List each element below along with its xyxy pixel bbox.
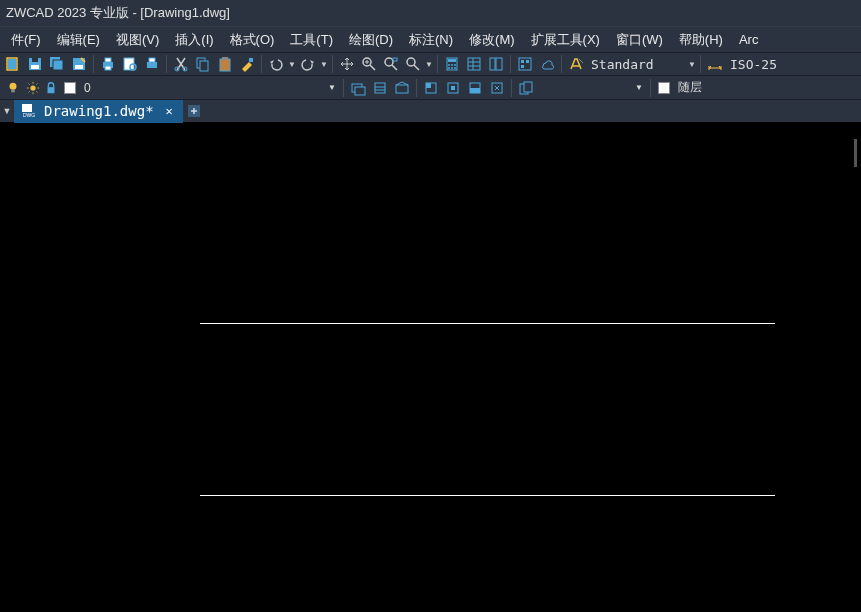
undo-dropdown[interactable]: ▼ [287, 54, 297, 74]
menu-dimension[interactable]: 标注(N) [402, 29, 460, 51]
menu-view[interactable]: 视图(V) [109, 29, 166, 51]
svg-text:DWG: DWG [23, 112, 35, 118]
layer-prev-icon[interactable] [348, 78, 368, 98]
plot-icon[interactable] [142, 54, 162, 74]
layer-sun-icon[interactable] [25, 78, 41, 98]
svg-rect-6 [53, 60, 63, 70]
redo-icon[interactable] [298, 54, 318, 74]
pan-icon[interactable] [337, 54, 357, 74]
menu-arc[interactable]: Arc [732, 30, 766, 49]
svg-point-44 [30, 85, 35, 90]
main-toolbar: ▼ ▼ ▼ Standard ▼ ISO-25 [0, 52, 861, 76]
xref-icon[interactable] [516, 78, 536, 98]
svg-rect-41 [521, 65, 524, 68]
svg-rect-10 [105, 58, 111, 62]
menu-draw[interactable]: 绘图(D) [342, 29, 400, 51]
svg-rect-40 [526, 60, 529, 63]
block-icon[interactable] [421, 78, 441, 98]
match-prop-icon[interactable] [237, 54, 257, 74]
svg-rect-55 [470, 88, 480, 93]
cut-icon[interactable] [171, 54, 191, 74]
design-center-icon[interactable] [486, 54, 506, 74]
menu-help[interactable]: 帮助(H) [672, 29, 730, 51]
copy-icon[interactable] [193, 54, 213, 74]
tab-drawing1[interactable]: DWG Drawing1.dwg* ✕ [14, 100, 183, 123]
svg-rect-28 [448, 59, 456, 62]
title-bar: ZWCAD 2023 专业版 - [Drawing1.dwg] [0, 0, 861, 26]
menu-tools[interactable]: 工具(T) [283, 29, 340, 51]
block-attr-icon[interactable] [487, 78, 507, 98]
svg-rect-58 [524, 82, 532, 92]
cloud-icon[interactable] [537, 54, 557, 74]
saveas-icon[interactable] [69, 54, 89, 74]
scrollbar-v[interactable] [854, 139, 857, 167]
zoom-realtime-icon[interactable] [359, 54, 379, 74]
zoom-prev-icon[interactable] [403, 54, 423, 74]
block-edit-icon[interactable] [465, 78, 485, 98]
separator [510, 55, 511, 73]
window-title: ZWCAD 2023 专业版 - [Drawing1.dwg] [6, 4, 230, 22]
save-all-icon[interactable] [47, 54, 67, 74]
new-icon[interactable] [3, 54, 23, 74]
text-style-select[interactable]: Standard [587, 55, 687, 73]
layer-select[interactable]: 0 ▼ [60, 79, 340, 97]
text-style-icon[interactable] [566, 54, 586, 74]
properties-icon[interactable] [464, 54, 484, 74]
menu-insert[interactable]: 插入(I) [168, 29, 220, 51]
separator [650, 79, 651, 97]
document-tabs: ▼ DWG Drawing1.dwg* ✕ [0, 100, 861, 123]
new-tab-button[interactable] [183, 100, 205, 123]
menu-extend[interactable]: 扩展工具(X) [524, 29, 607, 51]
svg-rect-19 [200, 61, 208, 71]
svg-rect-39 [521, 60, 524, 63]
tab-close-button[interactable]: ✕ [162, 104, 177, 118]
menu-modify[interactable]: 修改(M) [462, 29, 522, 51]
zoom-dropdown[interactable]: ▼ [424, 54, 434, 74]
tab-list-dropdown[interactable]: ▼ [0, 100, 14, 123]
svg-point-29 [448, 64, 450, 66]
svg-rect-43 [11, 89, 15, 92]
text-style-value: Standard [591, 57, 654, 72]
chevron-down-icon: ▼ [635, 83, 643, 92]
menu-edit[interactable]: 编辑(E) [50, 29, 107, 51]
color-value: 随层 [678, 79, 702, 96]
layer-states-icon[interactable] [370, 78, 390, 98]
separator [261, 55, 262, 73]
zoom-window-icon[interactable] [381, 54, 401, 74]
svg-rect-49 [396, 85, 408, 93]
redo-dropdown[interactable]: ▼ [319, 54, 329, 74]
paste-icon[interactable] [215, 54, 235, 74]
drawing-line-1 [200, 323, 775, 324]
svg-rect-22 [249, 58, 253, 62]
calculator-icon[interactable] [442, 54, 462, 74]
block-name-select[interactable]: ▼ [537, 79, 647, 97]
color-select[interactable]: 随层 [654, 79, 764, 97]
svg-point-42 [10, 82, 17, 89]
menu-file[interactable]: 件(F) [4, 29, 48, 51]
dwg-file-icon: DWG [20, 103, 36, 119]
save-icon[interactable] [25, 54, 45, 74]
chevron-down-icon: ▼ [328, 83, 336, 92]
text-style-dropdown-arrow[interactable]: ▼ [687, 54, 697, 74]
dim-style-select[interactable]: ISO-25 [726, 55, 782, 73]
svg-point-30 [451, 64, 453, 66]
layer-color-swatch [64, 82, 76, 94]
print-preview-icon[interactable] [120, 54, 140, 74]
menu-bar: 件(F) 编辑(E) 视图(V) 插入(I) 格式(O) 工具(T) 绘图(D)… [0, 26, 861, 52]
tool-palette-icon[interactable] [515, 54, 535, 74]
svg-point-32 [448, 67, 450, 69]
layer-bulb-icon[interactable] [3, 78, 23, 98]
dim-style-icon[interactable] [705, 54, 725, 74]
layer-iso-icon[interactable] [392, 78, 412, 98]
layer-lock-icon[interactable] [43, 78, 59, 98]
print-icon[interactable] [98, 54, 118, 74]
svg-point-34 [454, 67, 456, 69]
separator [93, 55, 94, 73]
svg-rect-53 [451, 86, 455, 90]
undo-icon[interactable] [266, 54, 286, 74]
drawing-canvas[interactable] [0, 123, 861, 612]
menu-format[interactable]: 格式(O) [223, 29, 282, 51]
menu-window[interactable]: 窗口(W) [609, 29, 670, 51]
svg-rect-15 [149, 58, 155, 62]
block-insert-icon[interactable] [443, 78, 463, 98]
